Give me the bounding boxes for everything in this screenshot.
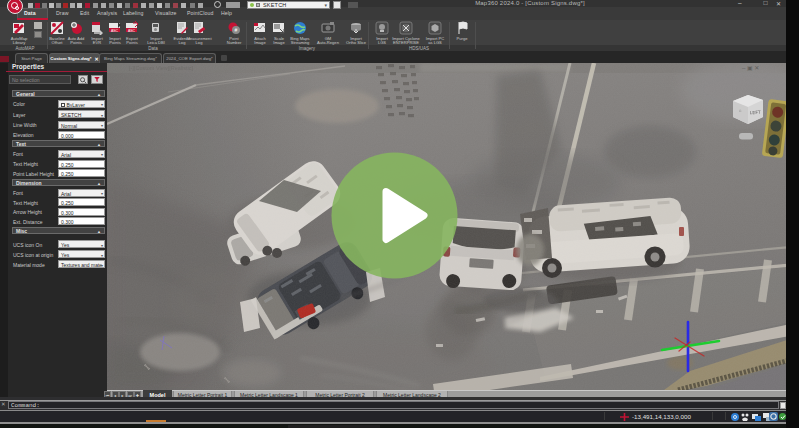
svg-text:[-][Custom View][Realistic]: [-][Custom View][Realistic] [129,65,194,71]
svg-text:LEFT: LEFT [750,110,762,116]
svg-text:#: # [235,27,238,33]
svg-text:⌂: ⌂ [739,108,742,113]
svg-text:ASC: ASC [111,29,119,33]
svg-text:ASC: ASC [128,29,136,33]
svg-text:– ▣ ✕: – ▣ ✕ [742,65,759,71]
